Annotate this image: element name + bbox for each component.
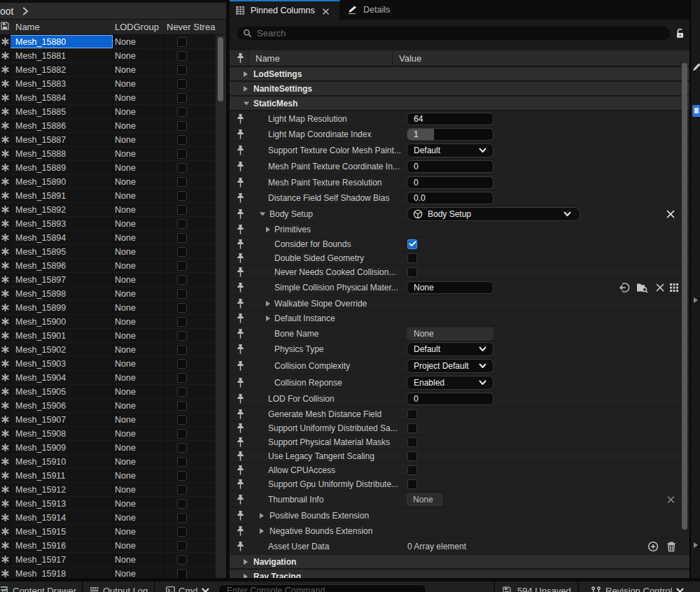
breadcrumb-root-label[interactable]: oot: [0, 6, 13, 17]
pin-icon[interactable]: [237, 282, 244, 293]
mesh-table-row[interactable]: Mesh_15890None: [0, 175, 216, 189]
pin-icon[interactable]: [237, 298, 244, 309]
neverstream-checkbox[interactable]: [177, 443, 187, 453]
properties-scrollbar-thumb[interactable]: [682, 63, 687, 530]
property-row[interactable]: Consider for Bounds: [230, 237, 690, 251]
lodgroup-cell[interactable]: None: [113, 161, 164, 174]
mesh-table-row[interactable]: Mesh_15896None: [0, 259, 216, 273]
dirty-column-header[interactable]: [1, 20, 10, 34]
mesh-name-cell[interactable]: Mesh_15901: [10, 329, 113, 342]
neverstream-checkbox[interactable]: [177, 275, 187, 285]
value-checkbox[interactable]: [407, 465, 417, 475]
use-asset-icon[interactable]: [619, 282, 631, 293]
lodgroup-cell[interactable]: None: [113, 329, 164, 342]
arrow-collapsed-icon[interactable]: [259, 512, 265, 519]
mesh-name-cell[interactable]: Mesh_15900: [10, 315, 113, 328]
property-row[interactable]: LOD For Collision0: [230, 391, 690, 407]
property-row[interactable]: Simple Collision Physical Mater...None: [230, 279, 690, 296]
mesh-table-row[interactable]: Mesh_15899None: [0, 301, 216, 315]
mesh-name-cell[interactable]: Mesh_15898: [10, 287, 113, 300]
neverstream-checkbox[interactable]: [177, 429, 187, 439]
edge-pencil-icon[interactable]: [692, 62, 700, 74]
lodgroup-cell[interactable]: None: [113, 77, 164, 90]
pin-icon[interactable]: [237, 224, 244, 235]
property-row[interactable]: Primitives: [230, 223, 690, 237]
property-row[interactable]: Distance Field Self Shadow Bias0.0: [230, 190, 690, 206]
mesh-name-cell[interactable]: Mesh_15910: [10, 455, 113, 468]
value-checkbox[interactable]: [407, 267, 417, 277]
lodgroup-cell[interactable]: None: [113, 511, 164, 524]
mesh-table-row[interactable]: Mesh_15905None: [0, 385, 216, 399]
lodgroup-cell[interactable]: None: [113, 567, 164, 578]
neverstream-checkbox[interactable]: [177, 401, 187, 411]
mesh-table-row[interactable]: Mesh_15882None: [0, 63, 216, 77]
mesh-table-row[interactable]: Mesh_15885None: [0, 105, 216, 119]
mesh-list-scrollbar-thumb[interactable]: [218, 37, 223, 101]
mesh-table-row[interactable]: Mesh_15915None: [0, 525, 216, 539]
arrow-collapsed-icon[interactable]: [243, 85, 248, 92]
lodgroup-cell[interactable]: None: [113, 385, 164, 398]
lodgroup-cell[interactable]: None: [113, 413, 164, 426]
unsaved-button[interactable]: 594 Unsaved: [503, 582, 571, 592]
value-input[interactable]: 64: [407, 113, 493, 125]
value-input[interactable]: 0: [407, 393, 493, 405]
pin-icon[interactable]: [237, 239, 244, 250]
mesh-name-cell[interactable]: Mesh_15918: [10, 567, 113, 578]
property-row[interactable]: Collision ReponseEnabled: [230, 374, 690, 391]
pin-icon[interactable]: [237, 393, 244, 404]
lodgroup-cell[interactable]: None: [113, 371, 164, 384]
neverstream-checkbox[interactable]: [177, 177, 187, 187]
mesh-table-row[interactable]: Mesh_15918None: [0, 567, 216, 578]
lodgroup-cell[interactable]: None: [113, 301, 164, 314]
neverstream-checkbox[interactable]: [177, 303, 187, 313]
mesh-name-cell[interactable]: Mesh_15909: [10, 441, 113, 454]
edge-active-tab[interactable]: [692, 105, 700, 117]
mesh-table-row[interactable]: Mesh_15911None: [0, 469, 216, 483]
tab-details[interactable]: Details: [341, 0, 411, 20]
lodgroup-cell[interactable]: None: [113, 35, 164, 48]
value-input[interactable]: 0: [407, 176, 493, 189]
property-row[interactable]: Light Map Coordinate Index1: [230, 127, 690, 142]
mesh-name-cell[interactable]: Mesh_15916: [10, 539, 113, 552]
property-row[interactable]: Support Texture Color Mesh Paint...Defau…: [230, 142, 690, 159]
mesh-name-cell[interactable]: Mesh_15889: [10, 161, 113, 174]
content-drawer-button[interactable]: Content Drawer: [1, 582, 76, 592]
pin-icon[interactable]: [237, 344, 244, 355]
neverstream-checkbox[interactable]: [177, 387, 187, 397]
close-tab-icon[interactable]: [321, 7, 330, 16]
mesh-name-cell[interactable]: Mesh_15893: [10, 217, 113, 230]
neverstream-checkbox[interactable]: [177, 205, 187, 215]
property-row[interactable]: Asset User Data0 Array element: [230, 538, 690, 555]
column-header-name[interactable]: Name: [15, 20, 112, 34]
clear-x-white-icon[interactable]: [664, 209, 676, 219]
neverstream-checkbox[interactable]: [177, 261, 187, 271]
mesh-table-row[interactable]: Mesh_15893None: [0, 217, 216, 231]
lodgroup-cell[interactable]: None: [113, 315, 164, 328]
mesh-name-cell[interactable]: Mesh_15894: [10, 231, 113, 244]
mesh-table-row[interactable]: Mesh_15904None: [0, 371, 216, 385]
pin-icon[interactable]: [237, 253, 244, 264]
mesh-name-cell[interactable]: Mesh_15896: [10, 259, 113, 272]
mesh-table-row[interactable]: Mesh_15887None: [0, 133, 216, 147]
arrow-collapsed-icon[interactable]: [243, 71, 248, 78]
neverstream-checkbox[interactable]: [177, 135, 187, 145]
property-row[interactable]: Positive Bounds Extension: [230, 508, 690, 524]
pin-icon[interactable]: [237, 437, 244, 448]
mesh-table-row[interactable]: Mesh_15880None: [0, 35, 216, 49]
value-dropdown[interactable]: Default: [407, 342, 493, 356]
value-dropdown[interactable]: Default: [407, 143, 493, 157]
property-row[interactable]: Walkable Slope Override: [230, 296, 690, 311]
value-input[interactable]: 0.0: [407, 192, 493, 204]
mesh-table-row[interactable]: Mesh_15898None: [0, 287, 216, 301]
arrow-expanded-icon[interactable]: [243, 101, 250, 106]
lodgroup-cell[interactable]: None: [113, 273, 164, 286]
category-staticmesh[interactable]: StaticMesh: [230, 97, 690, 111]
lodgroup-cell[interactable]: None: [113, 343, 164, 356]
lodgroup-cell[interactable]: None: [113, 91, 164, 104]
property-row[interactable]: Support Gpu Uniformly Distribute...: [230, 477, 690, 491]
neverstream-checkbox[interactable]: [177, 233, 187, 243]
mesh-table-row[interactable]: Mesh_15914None: [0, 511, 216, 525]
property-row[interactable]: Double Sided Geometry: [230, 251, 690, 265]
column-header-lodgroup[interactable]: LODGroup: [115, 20, 163, 34]
neverstream-checkbox[interactable]: [177, 513, 187, 523]
